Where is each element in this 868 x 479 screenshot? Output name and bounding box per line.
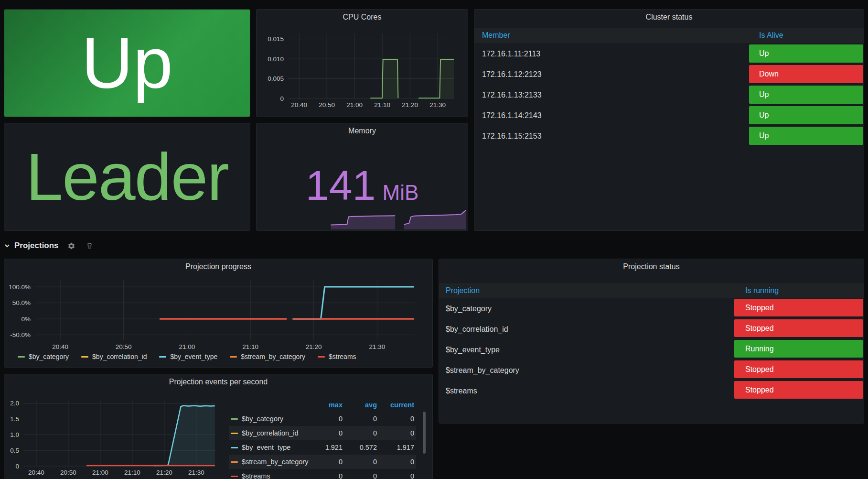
- legend-scrollbar[interactable]: [423, 412, 426, 454]
- row-projections[interactable]: Projections: [4, 238, 93, 253]
- legend-series[interactable]: $by_event_type: [229, 444, 310, 451]
- legend-value-max: 0: [310, 415, 344, 423]
- legend-col-max[interactable]: max: [310, 401, 344, 409]
- memory-value: 141 MiB: [257, 164, 468, 208]
- status-badge: Up: [749, 127, 863, 145]
- panel-cpu-cores: CPU Cores 00.0050.0100.01520:4020:5021:0…: [256, 9, 468, 117]
- svg-text:20:50: 20:50: [319, 101, 335, 109]
- legend-series-dash-icon: [230, 356, 237, 358]
- panel-title-projection-events[interactable]: Projection events per second: [4, 378, 432, 386]
- legend-value-avg: 0: [344, 429, 379, 437]
- table-row: $by_categoryStopped: [439, 298, 864, 319]
- legend-series-name[interactable]: $by_event_type: [242, 444, 290, 451]
- legend-series-name[interactable]: $by_category: [242, 415, 283, 423]
- legend-series-name[interactable]: $by_event_type: [170, 353, 217, 360]
- legend-value-max: 1.921: [310, 444, 344, 451]
- projection-cell: $streams: [446, 387, 477, 395]
- trash-icon[interactable]: [86, 242, 93, 250]
- projection-progress-legend: $by_category$by_correlation_id$by_event_…: [18, 353, 356, 360]
- legend-series[interactable]: $by_correlation_id: [229, 429, 310, 437]
- legend-value-current: 1.917: [379, 444, 416, 451]
- panel-node-status: Up: [4, 9, 250, 117]
- panel-title-projection-progress[interactable]: Projection progress: [4, 262, 432, 271]
- legend-series[interactable]: $stream_by_category: [229, 458, 310, 466]
- svg-text:20:40: 20:40: [52, 343, 68, 350]
- projection-cell: $by_correlation_id: [446, 325, 508, 334]
- chevron-down-icon[interactable]: [4, 242, 11, 249]
- legend-series-name[interactable]: $stream_by_category: [242, 458, 308, 466]
- svg-text:21:00: 21:00: [92, 469, 108, 476]
- legend-series-dash-icon: [159, 356, 166, 358]
- projection-progress-graph[interactable]: -50.0%0%50.0%100.0%20:4020:5021:0021:102…: [4, 259, 432, 367]
- legend-row: $by_category000: [229, 412, 416, 426]
- legend-item[interactable]: $stream_by_category: [230, 353, 305, 360]
- svg-text:20:40: 20:40: [291, 101, 307, 109]
- legend-value-max: 0: [310, 429, 344, 437]
- legend-series[interactable]: $streams: [229, 472, 310, 479]
- svg-text:21:20: 21:20: [402, 101, 418, 109]
- status-badge: Stopped: [734, 319, 863, 337]
- panel-title-memory[interactable]: Memory: [257, 127, 468, 135]
- panel-title-cpu-cores[interactable]: CPU Cores: [257, 13, 468, 22]
- cpu-cores-graph[interactable]: 00.0050.0100.01520:4020:5021:0021:1021:2…: [257, 10, 468, 117]
- legend-series-dash-icon: [231, 476, 238, 477]
- table-row: $stream_by_categoryStopped: [439, 360, 864, 381]
- legend-series-name[interactable]: $streams: [242, 472, 270, 479]
- member-cell: 172.16.1.14:2143: [482, 111, 542, 120]
- cluster-table-body: 172.16.1.11:2113Up172.16.1.12:2123Down17…: [474, 44, 864, 146]
- legend-value-current: 0: [379, 472, 416, 479]
- legend-series-name[interactable]: $by_correlation_id: [242, 429, 299, 437]
- legend-series-dash-icon: [231, 433, 238, 434]
- legend-value-avg: 0: [344, 458, 379, 466]
- panel-title-cluster-status[interactable]: Cluster status: [474, 13, 864, 22]
- svg-text:21:10: 21:10: [124, 469, 140, 476]
- projection-events-legend: maxavgcurrent $by_category000$by_correla…: [229, 398, 416, 479]
- row-title-projections[interactable]: Projections: [14, 241, 59, 250]
- legend-series[interactable]: $by_category: [229, 415, 310, 423]
- legend-series-dash-icon: [318, 356, 325, 358]
- table-row: $by_event_typeRunning: [439, 339, 864, 360]
- legend-series-name[interactable]: $by_category: [29, 353, 69, 360]
- svg-text:21:00: 21:00: [346, 101, 363, 109]
- column-header-is-running[interactable]: Is running: [745, 286, 779, 295]
- gear-icon[interactable]: [67, 242, 75, 250]
- legend-col-avg[interactable]: avg: [344, 401, 379, 409]
- legend-series-name[interactable]: $by_correlation_id: [92, 353, 147, 360]
- svg-text:20:50: 20:50: [116, 343, 132, 350]
- svg-text:50.0%: 50.0%: [12, 299, 31, 306]
- legend-item[interactable]: $streams: [318, 353, 356, 360]
- legend-item[interactable]: $by_category: [18, 353, 69, 360]
- panel-node-role: Leader: [4, 123, 250, 231]
- column-header-is-alive[interactable]: Is Alive: [759, 31, 783, 40]
- column-header-member[interactable]: Member: [482, 31, 510, 40]
- legend-value-current: 0: [379, 429, 416, 437]
- memory-value-unit: MiB: [383, 181, 419, 205]
- legend-series-dash-icon: [231, 418, 238, 420]
- svg-text:21:30: 21:30: [369, 343, 386, 350]
- column-header-projection[interactable]: Projection: [446, 286, 480, 295]
- table-row: 172.16.1.14:2143Up: [474, 105, 864, 126]
- svg-text:0: 0: [280, 95, 284, 102]
- memory-value-number: 141: [306, 164, 376, 207]
- legend-item[interactable]: $by_event_type: [159, 353, 217, 360]
- legend-value-avg: 0: [344, 472, 379, 479]
- svg-text:20:50: 20:50: [60, 469, 76, 476]
- legend-value-avg: 0: [344, 415, 379, 423]
- legend-series-dash-icon: [81, 356, 88, 358]
- svg-text:1.5: 1.5: [10, 415, 19, 423]
- table-row: 172.16.1.13:2133Up: [474, 85, 864, 105]
- panel-cluster-status: Cluster status Member Is Alive 172.16.1.…: [474, 9, 864, 231]
- svg-text:0: 0: [15, 463, 19, 470]
- status-badge: Stopped: [734, 381, 863, 399]
- member-cell: 172.16.1.11:2113: [482, 50, 540, 58]
- legend-series-dash-icon: [18, 356, 25, 358]
- status-table-header: Projection Is running: [439, 283, 864, 298]
- status-badge: Down: [749, 65, 863, 83]
- legend-item[interactable]: $by_correlation_id: [81, 353, 147, 360]
- status-badge: Running: [734, 340, 863, 358]
- legend-series-name[interactable]: $streams: [329, 353, 356, 360]
- legend-series-name[interactable]: $stream_by_category: [241, 353, 305, 360]
- legend-col-current[interactable]: current: [379, 401, 416, 409]
- svg-text:0.005: 0.005: [268, 75, 284, 82]
- panel-title-projection-status[interactable]: Projection status: [439, 262, 864, 271]
